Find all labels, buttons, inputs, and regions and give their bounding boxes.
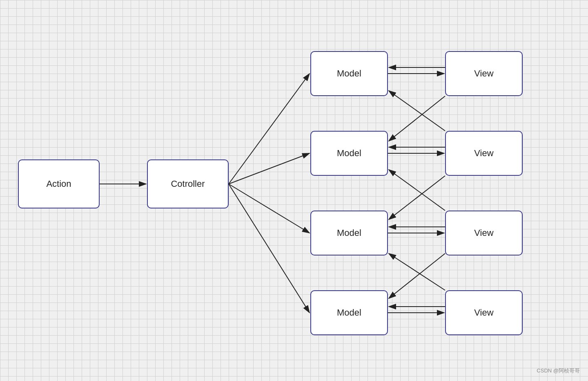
svg-line-3 bbox=[229, 74, 310, 184]
svg-line-20 bbox=[389, 253, 445, 290]
svg-line-5 bbox=[229, 184, 310, 233]
model1-node: Model bbox=[310, 51, 388, 96]
model4-node: Model bbox=[310, 290, 388, 335]
controller-node: Cotroller bbox=[147, 159, 229, 208]
action-label: Action bbox=[46, 179, 71, 189]
svg-line-4 bbox=[229, 153, 310, 184]
svg-line-16 bbox=[389, 91, 445, 131]
model1-label: Model bbox=[337, 68, 361, 79]
svg-line-18 bbox=[389, 170, 445, 211]
svg-line-17 bbox=[389, 176, 445, 220]
view4-label: View bbox=[474, 307, 493, 318]
diagram-container: Action Cotroller Model Model Model Model… bbox=[0, 0, 588, 381]
model3-label: Model bbox=[337, 228, 361, 238]
model2-node: Model bbox=[310, 131, 388, 176]
model2-label: Model bbox=[337, 148, 361, 159]
view2-node: View bbox=[445, 131, 523, 176]
action-node: Action bbox=[18, 159, 100, 208]
watermark: CSDN @阿桢哥哥 bbox=[537, 367, 580, 374]
view3-label: View bbox=[474, 228, 493, 238]
model3-node: Model bbox=[310, 211, 388, 255]
svg-line-6 bbox=[229, 184, 310, 313]
model4-label: Model bbox=[337, 307, 361, 318]
svg-line-19 bbox=[389, 253, 445, 298]
svg-line-15 bbox=[389, 96, 445, 141]
view1-label: View bbox=[474, 68, 493, 79]
controller-label: Cotroller bbox=[171, 179, 205, 189]
view1-node: View bbox=[445, 51, 523, 96]
view2-label: View bbox=[474, 148, 493, 159]
view4-node: View bbox=[445, 290, 523, 335]
view3-node: View bbox=[445, 211, 523, 255]
